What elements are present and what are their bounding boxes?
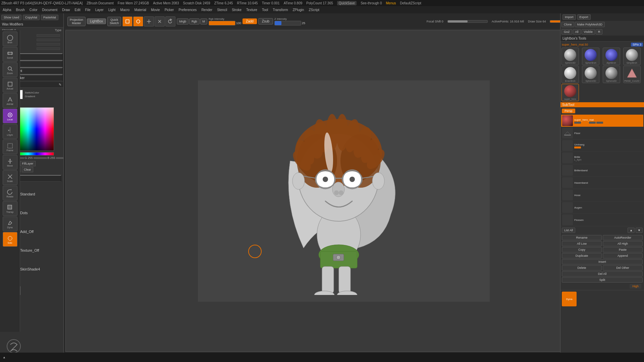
menu-brush[interactable]: Brush <box>15 8 26 12</box>
menu-render[interactable]: Render <box>200 8 214 12</box>
canvas-area[interactable] <box>65 30 622 352</box>
scale-icon[interactable] <box>155 16 165 26</box>
menu-transform[interactable]: Transform <box>271 8 289 12</box>
split-btn[interactable]: Split <box>562 277 643 283</box>
g-slider[interactable] <box>34 157 47 159</box>
transp-icon-btn[interactable]: Transp <box>3 201 17 216</box>
menu-layer[interactable]: Layer <box>94 8 105 12</box>
rotate-icon[interactable] <box>165 16 175 26</box>
exponent-slider[interactable] <box>37 39 60 41</box>
frame-icon-btn[interactable]: Frame <box>3 139 17 154</box>
menu-preferences[interactable]: Preferences <box>177 8 198 12</box>
list-all-btn[interactable]: List All <box>562 228 575 233</box>
zsub-btn[interactable]: Zsub <box>258 18 273 24</box>
toggle-2[interactable] <box>582 122 588 124</box>
sphera3d-tool[interactable]: Sphera3D <box>603 66 620 83</box>
subtool-superhero[interactable]: super_hero_mat <box>561 115 643 127</box>
lightbox-btn[interactable]: LightBox <box>87 18 106 24</box>
paste-mat-btn[interactable]: PasteMat <box>41 15 58 20</box>
all-btn[interactable]: All <box>573 29 581 35</box>
subtool-hasenband[interactable]: Hasenband <box>561 177 643 189</box>
subtool-hose[interactable]: Hose <box>561 189 643 201</box>
copy-btn[interactable]: Copy <box>562 247 602 252</box>
actual-icon-btn[interactable]: Actual <box>3 78 17 93</box>
menu-tool[interactable]: Tool <box>261 8 269 12</box>
alphabrush-tool[interactable]: AlphBrsh <box>603 48 620 65</box>
rotate-left-icon-btn[interactable]: Rotate <box>3 186 17 200</box>
fill-layer-btn[interactable]: FillLayer <box>20 161 36 166</box>
pm3d-cone-tool[interactable]: PM3D_Con2D <box>623 66 641 83</box>
rgb-btn[interactable]: Rgb <box>189 18 200 24</box>
mrgb-btn[interactable]: Mrgb <box>177 18 189 24</box>
subtool-floor[interactable]: Floor <box>561 127 643 139</box>
delete-btn[interactable]: Delete <box>562 265 602 270</box>
r-btn[interactable]: R <box>596 29 603 35</box>
auto-reorder-btn[interactable]: AutoReorder <box>603 235 643 240</box>
radius-slider[interactable] <box>37 43 60 46</box>
rgb-intensity-slider[interactable] <box>209 21 235 25</box>
zoom-icon-btn[interactable]: Zoom <box>3 62 17 77</box>
subtool-umhang[interactable]: Umhang <box>561 139 643 152</box>
zadd-btn[interactable]: Zadd <box>243 18 257 24</box>
insert-btn[interactable]: Insert <box>562 259 643 264</box>
show-used-btn[interactable]: Show Used <box>1 15 21 20</box>
scroll-icon-btn[interactable]: Scroll <box>3 47 17 62</box>
simplebrush-tool[interactable]: SimplBrsh <box>623 48 641 65</box>
local-icon-btn[interactable]: Local <box>3 109 17 123</box>
fresnel-slider[interactable] <box>37 34 60 37</box>
sphere3d-tool[interactable]: Sphere3D <box>561 48 579 65</box>
menu-texture[interactable]: Texture <box>245 8 259 12</box>
gradient-inline-label[interactable]: Gradient <box>25 95 39 98</box>
umhang-toggle[interactable] <box>574 146 581 148</box>
dynamic-btn[interactable]: Dyna <box>562 292 577 306</box>
toggle-3[interactable] <box>589 122 596 124</box>
menu-movie[interactable]: Movie <box>150 8 161 12</box>
menu-draw[interactable]: Draw <box>61 8 71 12</box>
del-other-btn[interactable]: Del Other <box>603 265 643 270</box>
subtool-brillenband[interactable]: Brillenband <box>561 164 643 177</box>
brush-icon-btn[interactable]: Brsh <box>3 32 17 46</box>
menus-label[interactable]: Menus <box>386 1 396 5</box>
append-btn[interactable]: Append <box>603 253 643 258</box>
copy-mat-btn[interactable]: CopyMat <box>23 15 40 20</box>
goz-btn[interactable]: GoZ <box>561 29 572 35</box>
del-all-btn[interactable]: Del All <box>562 271 643 277</box>
move-left-icon-btn[interactable]: Move <box>3 155 17 170</box>
up-arrow-btn[interactable]: ▲ <box>628 228 635 233</box>
menu-material[interactable]: Material <box>133 8 148 12</box>
quick-sketch-btn[interactable]: QuickSketch <box>107 17 121 26</box>
menu-picker[interactable]: Picker <box>163 8 175 12</box>
menu-macro[interactable]: Macro <box>119 8 131 12</box>
rename-btn[interactable]: Rename <box>562 235 602 240</box>
clear-btn[interactable]: Clear <box>22 167 33 172</box>
solo-icon-btn[interactable]: Solo <box>3 232 17 247</box>
menu-color[interactable]: Color <box>28 8 39 12</box>
menu-zplugin[interactable]: ZPlugin <box>291 8 305 12</box>
all-low-btn[interactable]: All Low <box>562 241 602 246</box>
m-btn[interactable]: M <box>200 18 208 24</box>
menu-stencil[interactable]: Stencil <box>216 8 228 12</box>
dyna-icon-btn[interactable]: Dyna <box>3 217 17 231</box>
menu-alpha[interactable]: Alpha <box>1 8 13 12</box>
toggle-4[interactable] <box>596 122 603 124</box>
z-intensity-slider[interactable] <box>274 21 301 25</box>
lsym-icon-btn[interactable]: LSym <box>3 124 17 139</box>
draw-icon[interactable] <box>133 16 143 26</box>
spherebrush-tool[interactable]: SpherBrsh <box>582 48 599 65</box>
superhero-mat-tool[interactable]: super_hero <box>561 84 579 101</box>
move-icon[interactable] <box>144 16 154 26</box>
persp-btn[interactable]: Persp <box>562 109 575 113</box>
subtool-augen[interactable]: Augen <box>561 201 643 214</box>
duplicate-btn[interactable]: Duplicate <box>562 253 602 258</box>
eraserbrush-tool[interactable]: ErasrBrsh <box>561 66 579 83</box>
menu-edit[interactable]: Edit <box>73 8 82 12</box>
import-btn[interactable]: Import <box>562 14 576 20</box>
visible-btn[interactable]: Visible <box>582 29 595 35</box>
menu-file[interactable]: File <box>84 8 92 12</box>
sphere3d-2-tool[interactable]: Sphere3D <box>582 66 599 83</box>
scale-left-icon-btn[interactable]: Scale <box>3 170 17 185</box>
menu-document[interactable]: Document <box>41 8 59 12</box>
wax-modifiers-header[interactable]: Wax Modifiers <box>0 21 63 27</box>
switch-color-label[interactable]: SwitchColor <box>25 91 39 94</box>
menu-stroke[interactable]: Stroke <box>230 8 243 12</box>
